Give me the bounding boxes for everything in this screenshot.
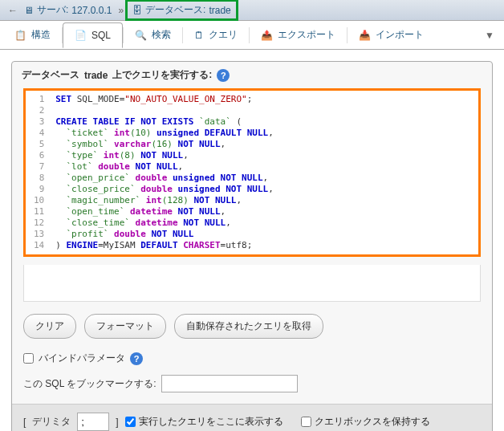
delimiter-label: デリミタ [32, 415, 71, 429]
tab-import-label: インポート [376, 28, 424, 42]
bookmark-input[interactable] [161, 375, 298, 392]
panel-title-db: trade [84, 70, 108, 81]
tab-bar: 📋構造 📄SQL 🔍検索 🗒クエリ 📤エクスポート 📥インポート ▼ [0, 21, 504, 50]
bind-params-label: バインドパラメータ [39, 352, 125, 365]
format-button[interactable]: フォーマット [84, 314, 166, 339]
sql-panel: データベース trade 上でクエリを実行する: ? 1 2 3 4 5 6 7… [11, 61, 493, 431]
retain-box-checkbox[interactable] [301, 417, 311, 427]
tab-sql[interactable]: 📄SQL [63, 22, 123, 48]
editor-extra-space[interactable] [23, 265, 481, 302]
line-gutter: 1 2 3 4 5 6 7 8 9 10 11 12 13 14 [26, 91, 49, 254]
database-icon: 🗄 [132, 5, 142, 16]
bind-params-row: バインドパラメータ ? [12, 347, 492, 370]
tab-export[interactable]: 📤エクスポート [250, 22, 347, 48]
tab-structure[interactable]: 📋構造 [3, 22, 62, 48]
delimiter-input[interactable] [77, 413, 109, 431]
bracket-open: [ [23, 417, 26, 428]
tab-search-label: 検索 [152, 28, 171, 42]
server-label: サーバ: [37, 3, 68, 17]
tab-structure-label: 構造 [31, 28, 51, 42]
retain-box-option[interactable]: クエリボックスを保持する [301, 415, 430, 429]
breadcrumb-database[interactable]: 🗄 データベース: trade [125, 0, 238, 21]
show-query-checkbox[interactable] [125, 417, 136, 427]
search-icon: 🔍 [135, 30, 147, 41]
tab-sql-label: SQL [91, 30, 111, 41]
get-saved-button[interactable]: 自動保存されたクエリを取得 [174, 314, 323, 339]
bookmark-label: この SQL をブックマークする: [23, 377, 156, 391]
panel-title-suffix: 上でクエリを実行する: [112, 68, 212, 82]
breadcrumb-server[interactable]: 🖥 サーバ: 127.0.0.1 [19, 3, 116, 17]
db-label: データベース: [145, 3, 205, 17]
tab-import[interactable]: 📥インポート [348, 22, 435, 48]
help-icon[interactable]: ? [130, 352, 143, 365]
sql-editor[interactable]: 1 2 3 4 5 6 7 8 9 10 11 12 13 14 SET SQL… [23, 88, 481, 257]
tab-more[interactable]: ▼ [478, 25, 501, 46]
sql-icon: 📄 [75, 30, 87, 41]
tab-export-label: エクスポート [278, 28, 335, 42]
breadcrumb-sep: » [116, 5, 125, 16]
bind-params-checkbox[interactable] [23, 353, 34, 364]
bracket-close: ] [116, 417, 118, 428]
footer: [ デリミタ ] 実行したクエリをここに表示する クエリボックスを保持する 完了… [12, 404, 492, 431]
tab-search[interactable]: 🔍検索 [124, 22, 182, 48]
breadcrumb: ← 🖥 サーバ: 127.0.0.1 » 🗄 データベース: trade [0, 0, 504, 21]
db-value: trade [209, 5, 230, 16]
server-icon: 🖥 [24, 5, 34, 16]
clear-button[interactable]: クリア [23, 314, 76, 339]
tab-query[interactable]: 🗒クエリ [183, 22, 249, 48]
button-row: クリア フォーマット 自動保存されたクエリを取得 [12, 310, 492, 347]
panel-header: データベース trade 上でクエリを実行する: ? [12, 62, 492, 88]
tab-query-label: クエリ [209, 28, 238, 42]
query-icon: 🗒 [194, 30, 204, 41]
server-value: 127.0.0.1 [71, 5, 112, 16]
breadcrumb-home-icon[interactable]: ← [6, 5, 19, 16]
import-icon: 📥 [359, 30, 371, 41]
export-icon: 📤 [261, 30, 273, 41]
bookmark-row: この SQL をブックマークする: [12, 370, 492, 404]
code-area[interactable]: SET SQL_MODE="NO_AUTO_VALUE_ON_ZERO"; CR… [49, 91, 280, 254]
panel-title-prefix: データベース [22, 68, 79, 82]
help-icon[interactable]: ? [217, 69, 230, 82]
structure-icon: 📋 [14, 30, 26, 41]
show-query-option[interactable]: 実行したクエリをここに表示する [125, 415, 283, 429]
